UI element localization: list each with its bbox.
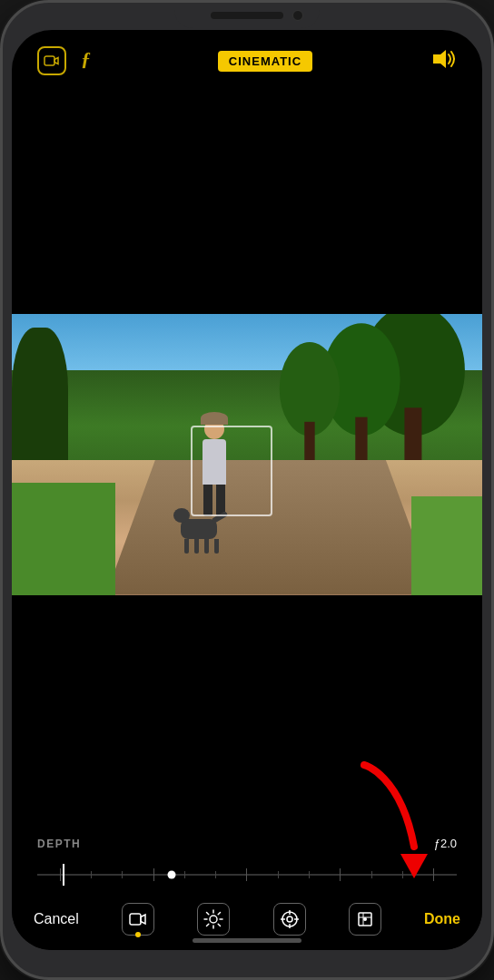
slider-ticks	[37, 868, 457, 881]
active-indicator-dot	[135, 932, 141, 937]
focus-target-icon[interactable]	[273, 903, 306, 936]
slider-track[interactable]	[37, 874, 457, 876]
phone-frame: ƒ CINEMATIC	[0, 0, 494, 980]
depth-label: DEPTH	[37, 838, 81, 850]
volume-up-button[interactable]	[0, 230, 3, 302]
tick	[340, 868, 341, 881]
black-space-bottom	[12, 595, 482, 823]
dog-leg-1	[184, 539, 189, 554]
person-figure	[203, 419, 226, 516]
tick	[60, 868, 61, 881]
person-hat	[201, 412, 228, 425]
svg-marker-2	[433, 50, 446, 68]
screen: ƒ CINEMATIC	[12, 30, 482, 950]
svg-rect-0	[44, 56, 54, 65]
depth-value: ƒ2.0	[434, 837, 457, 850]
tick	[371, 871, 372, 878]
camera-record-icon[interactable]	[37, 46, 66, 75]
cinematic-badge: CINEMATIC	[218, 51, 312, 72]
person-body	[203, 439, 226, 485]
grass-right	[411, 496, 482, 595]
video-record-icon[interactable]	[122, 903, 154, 936]
black-space-top	[12, 86, 482, 314]
tick	[246, 868, 247, 881]
brightness-icon[interactable]	[197, 903, 230, 936]
crop-transform-icon[interactable]	[349, 903, 381, 936]
svg-rect-10	[130, 914, 141, 925]
svg-line-19	[207, 924, 209, 926]
tick	[91, 871, 92, 878]
leg-left	[203, 485, 212, 516]
tick	[309, 871, 310, 878]
video-preview[interactable]	[12, 314, 482, 595]
svg-point-27	[363, 917, 367, 921]
dog-head	[173, 508, 190, 523]
tick	[433, 868, 434, 881]
tick	[122, 871, 123, 878]
svg-line-17	[218, 924, 220, 926]
volume-icon[interactable]	[431, 49, 457, 73]
dog-body	[181, 519, 217, 539]
svg-point-21	[287, 916, 292, 922]
dog-leg-4	[214, 539, 219, 554]
mute-button[interactable]	[0, 166, 3, 211]
video-icon-wrapper[interactable]	[122, 903, 154, 936]
tick	[278, 871, 279, 878]
road	[106, 460, 436, 595]
dog-legs	[184, 539, 219, 554]
svg-line-16	[207, 913, 209, 915]
front-camera	[292, 10, 303, 21]
person-legs	[203, 485, 225, 516]
svg-point-11	[210, 916, 217, 923]
done-button[interactable]: Done	[424, 911, 460, 927]
grass-left	[12, 483, 115, 595]
tick	[402, 871, 403, 878]
cancel-button[interactable]: Cancel	[34, 911, 79, 927]
svg-point-7	[280, 342, 340, 436]
scene-content	[12, 314, 482, 595]
depth-slider-container[interactable]	[37, 861, 457, 888]
svg-text:ƒ: ƒ	[81, 47, 91, 70]
dog-leg-2	[194, 539, 199, 554]
speaker-notch	[211, 12, 283, 19]
svg-line-18	[218, 913, 220, 915]
slider-thumb[interactable]	[167, 871, 175, 879]
dog-figure	[181, 519, 217, 539]
slider-center-line	[63, 864, 64, 886]
home-indicator[interactable]	[193, 938, 301, 943]
top-left-icons: ƒ	[37, 46, 99, 75]
volume-down-button[interactable]	[0, 320, 3, 393]
dog-leg-3	[204, 539, 209, 554]
top-bar: ƒ CINEMATIC	[12, 30, 482, 86]
tick	[215, 871, 216, 878]
person-head	[204, 419, 224, 439]
tick	[184, 871, 185, 878]
depth-area: DEPTH ƒ2.0	[12, 822, 482, 896]
tick	[153, 868, 154, 881]
flash-icon[interactable]: ƒ	[79, 47, 99, 74]
depth-header: DEPTH ƒ2.0	[37, 837, 457, 850]
